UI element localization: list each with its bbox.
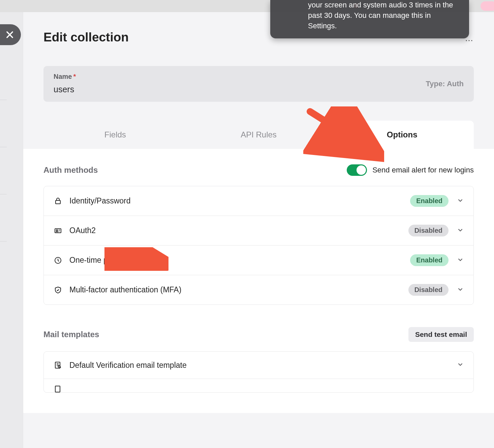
lock-icon — [53, 196, 63, 206]
tab-api-rules[interactable]: API Rules — [187, 121, 331, 149]
shield-icon — [53, 285, 63, 295]
auth-item-label: Identity/Password — [69, 196, 410, 205]
send-test-email-button[interactable]: Send test email — [408, 327, 474, 342]
auth-section-head: Auth methods Send email alert for new lo… — [43, 164, 474, 176]
mail-section-title: Mail templates — [43, 330, 99, 339]
svg-point-2 — [56, 230, 58, 231]
auth-item-label: OAuth2 — [69, 226, 408, 235]
chevron-down-icon — [457, 286, 464, 294]
chevron-down-icon — [457, 361, 464, 370]
collection-name-field[interactable]: Name* users Type: Auth — [43, 66, 474, 102]
svg-rect-1 — [55, 229, 61, 233]
auth-section-title: Auth methods — [43, 165, 98, 175]
pink-pill-icon — [481, 1, 494, 11]
auth-item-otp[interactable]: One-time password (OTP) Enabled — [44, 246, 473, 275]
left-rail — [0, 12, 23, 448]
doc-icon — [53, 384, 63, 392]
status-badge: Disabled — [408, 284, 449, 296]
email-alert-toggle[interactable] — [347, 164, 367, 176]
tooltip-text: your screen and system audio 3 times in … — [308, 1, 453, 30]
status-badge: Enabled — [410, 195, 449, 207]
auth-item-label: One-time password (OTP) — [69, 256, 410, 265]
edit-doc-icon — [53, 360, 63, 370]
chevron-down-icon — [457, 256, 464, 265]
system-tooltip: your screen and system audio 3 times in … — [270, 0, 469, 38]
chevron-down-icon — [457, 197, 464, 205]
auth-item-identity-password[interactable]: Identity/Password Enabled — [44, 186, 473, 216]
tabs: Fields API Rules Options — [43, 121, 474, 149]
edit-collection-panel: Edit collection ⋯ Name* users Type: Auth… — [23, 12, 494, 448]
clock-icon — [53, 256, 63, 265]
status-badge: Enabled — [410, 254, 449, 266]
mail-template-verification[interactable]: Default Verification email template — [44, 352, 473, 379]
close-icon — [5, 30, 14, 39]
svg-rect-5 — [55, 386, 60, 392]
auth-item-oauth2[interactable]: OAuth2 Disabled — [44, 216, 473, 246]
name-label: Name* — [54, 73, 76, 80]
email-alert-toggle-wrap: Send email alert for new logins — [347, 164, 474, 176]
mail-section-head: Mail templates Send test email — [43, 327, 474, 342]
auth-methods-list: Identity/Password Enabled OAuth2 Disable… — [43, 186, 474, 305]
id-card-icon — [53, 226, 63, 235]
rail-dividers — [0, 100, 7, 288]
name-value: users — [54, 85, 464, 94]
chevron-down-icon — [457, 226, 464, 235]
status-badge: Disabled — [408, 225, 449, 236]
mail-templates-list: Default Verification email template — [43, 351, 474, 393]
auth-item-label: Multi-factor authentication (MFA) — [69, 285, 408, 294]
tab-fields[interactable]: Fields — [43, 121, 187, 149]
close-button[interactable] — [0, 24, 21, 45]
mail-template-next[interactable] — [44, 379, 473, 392]
auth-item-mfa[interactable]: Multi-factor authentication (MFA) Disabl… — [44, 275, 473, 305]
svg-rect-0 — [56, 200, 60, 204]
mail-template-label: Default Verification email template — [69, 361, 457, 370]
email-alert-label: Send email alert for new logins — [372, 166, 474, 174]
type-label: Type: Auth — [426, 79, 464, 88]
options-content: Auth methods Send email alert for new lo… — [23, 149, 494, 413]
tab-options[interactable]: Options — [330, 121, 474, 149]
